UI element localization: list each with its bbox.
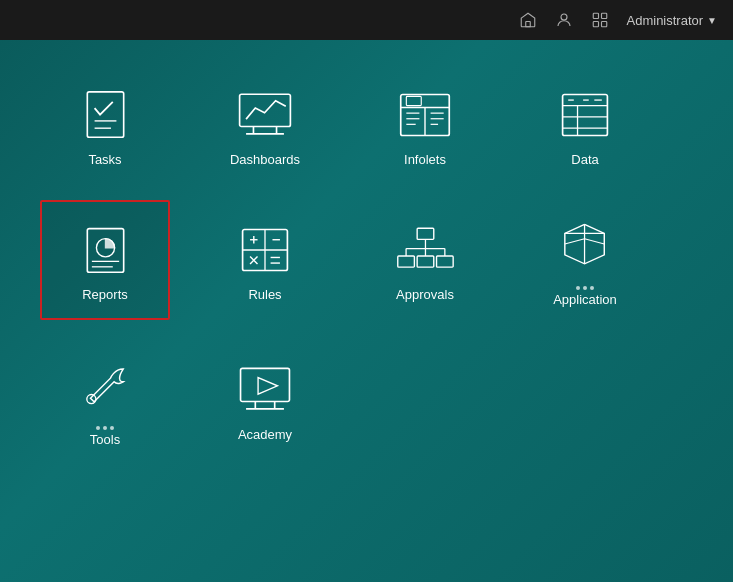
chevron-down-icon: ▼ [707, 15, 717, 26]
menu-item-application[interactable]: Application [520, 200, 650, 320]
rules-label: Rules [248, 287, 281, 302]
tools-icon [75, 357, 135, 412]
academy-label: Academy [238, 427, 292, 442]
svg-rect-53 [437, 256, 454, 267]
reports-icon [75, 222, 135, 277]
svg-rect-45 [417, 228, 434, 239]
svg-rect-0 [525, 22, 530, 27]
menu-item-infolets[interactable]: Infolets [360, 70, 490, 180]
infolets-label: Infolets [404, 152, 446, 167]
navbar: Administrator ▼ [0, 0, 733, 40]
svg-rect-59 [241, 368, 290, 401]
menu-item-rules[interactable]: Rules [200, 200, 330, 320]
application-icon [555, 217, 615, 272]
infolets-icon [395, 87, 455, 142]
application-label: Application [553, 292, 617, 307]
svg-rect-6 [87, 91, 123, 136]
tools-label: Tools [90, 432, 120, 447]
menu-item-dashboards[interactable]: Dashboards [200, 70, 330, 180]
svg-rect-4 [593, 22, 598, 27]
svg-rect-5 [601, 22, 606, 27]
rules-icon [235, 222, 295, 277]
svg-line-56 [565, 238, 585, 243]
menu-item-tools[interactable]: Tools [40, 340, 170, 460]
academy-icon [235, 362, 295, 417]
person-icon[interactable] [555, 11, 573, 29]
menu-item-reports[interactable]: Reports [40, 200, 170, 320]
application-dots [576, 286, 594, 290]
user-menu[interactable]: Administrator ▼ [627, 13, 717, 28]
menu-item-tasks[interactable]: Tasks [40, 70, 170, 180]
nav-icons: Administrator ▼ [519, 11, 717, 29]
data-icon [555, 87, 615, 142]
dashboards-label: Dashboards [230, 152, 300, 167]
svg-rect-52 [417, 256, 434, 267]
home-icon[interactable] [519, 11, 537, 29]
tools-dots [96, 426, 114, 430]
svg-rect-16 [406, 96, 421, 105]
menu-item-data[interactable]: Data [520, 70, 650, 180]
svg-rect-9 [240, 94, 291, 126]
svg-marker-60 [258, 377, 277, 394]
user-label: Administrator [627, 13, 704, 28]
main-menu: Tasks Dashboards [0, 40, 733, 490]
apps-icon[interactable] [591, 11, 609, 29]
approvals-icon [395, 222, 455, 277]
tasks-icon [75, 87, 135, 142]
svg-line-57 [585, 238, 605, 243]
menu-item-approvals[interactable]: Approvals [360, 200, 490, 320]
approvals-label: Approvals [396, 287, 454, 302]
data-label: Data [571, 152, 598, 167]
svg-point-1 [561, 14, 567, 20]
tasks-label: Tasks [88, 152, 121, 167]
svg-rect-2 [593, 13, 598, 18]
dashboards-icon [235, 87, 295, 142]
svg-rect-51 [398, 256, 415, 267]
menu-item-academy[interactable]: Academy [200, 340, 330, 460]
reports-label: Reports [82, 287, 128, 302]
svg-rect-31 [87, 228, 123, 272]
svg-rect-3 [601, 13, 606, 18]
